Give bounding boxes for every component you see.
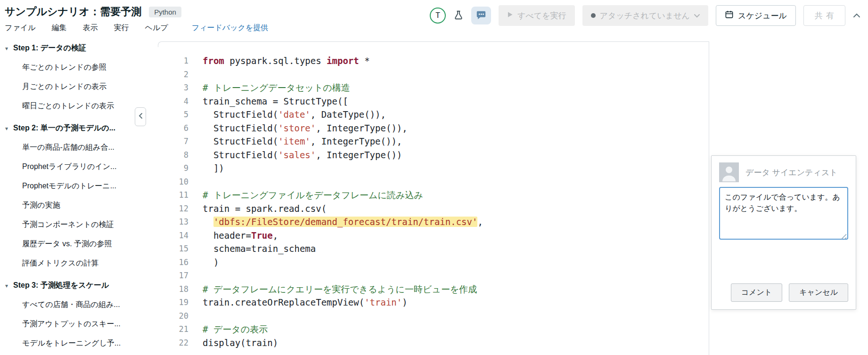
toc-section-label: Step 1: データの検証 xyxy=(13,43,86,53)
toc-section-header[interactable]: ▾Step 1: データの検証 xyxy=(0,39,141,58)
code-line[interactable]: StructField('store', IntegerType()), xyxy=(203,121,408,135)
code-line[interactable]: from pyspark.sql.types import * xyxy=(203,54,370,68)
comment-submit-button[interactable]: コメント xyxy=(731,283,783,302)
menu-item[interactable]: 表示 xyxy=(83,23,98,33)
toc-section-label: Step 3: 予測処理をスケール xyxy=(13,281,109,290)
code-line[interactable]: schema=train_schema xyxy=(203,242,316,256)
line-number: 19 xyxy=(141,296,188,309)
code-line[interactable]: StructField('date', DateType()), xyxy=(203,108,386,121)
schedule-label: スケジュール xyxy=(738,10,787,21)
user-avatar[interactable]: T xyxy=(430,8,446,24)
code-row: 21# データの表示 xyxy=(141,323,709,336)
line-number: 6 xyxy=(141,121,188,135)
toc-item[interactable]: すべての店舗・商品の組み... xyxy=(0,295,141,315)
code-row: 8 StructField('sales', IntegerType()) xyxy=(141,148,709,162)
code-row: 3# トレーニングデータセットの構造 xyxy=(141,81,709,95)
line-number: 1 xyxy=(141,54,188,68)
table-of-contents: ▾Step 1: データの検証年ごとのトレンドの参照月ごとのトレンドの表示曜日ご… xyxy=(0,36,141,355)
menu-items: ファイル編集表示実行ヘルプ xyxy=(5,23,168,33)
line-number: 3 xyxy=(141,81,188,95)
toc-item[interactable]: 予測アウトプットのスキー... xyxy=(0,315,141,334)
toc-item[interactable]: モデルをトレーニングし予... xyxy=(0,334,141,353)
line-number: 11 xyxy=(141,188,188,202)
avatar-initial: T xyxy=(435,11,440,20)
feedback-link[interactable]: フィードバックを提供 xyxy=(192,23,269,33)
code-line[interactable]: train.createOrReplaceTempView('train') xyxy=(203,296,408,309)
code-line[interactable]: train_schema = StructType([ xyxy=(203,95,348,108)
line-number: 15 xyxy=(141,242,188,256)
cluster-label: アタッチされていません xyxy=(600,10,690,21)
line-number: 13 xyxy=(141,215,188,229)
toc-item[interactable]: 月ごとのトレンドの表示 xyxy=(0,77,141,97)
code-lines: 1from pyspark.sql.types import *23# トレーニ… xyxy=(141,36,709,349)
experiments-button[interactable] xyxy=(453,10,464,22)
line-number: 18 xyxy=(141,282,188,296)
toc-item[interactable]: Prophetモデルのトレーニ... xyxy=(0,177,141,196)
line-number: 10 xyxy=(141,175,188,189)
code-row: 11# トレーニングファイルをデータフレームに読み込み xyxy=(141,188,709,202)
toc-section-header[interactable]: ▾Step 3: 予測処理をスケール xyxy=(0,276,141,295)
run-all-label: すべてを実行 xyxy=(517,10,566,21)
comment-input[interactable]: このファイルで合っています。ありがとうございます。 xyxy=(719,187,848,240)
flask-icon xyxy=(453,10,464,22)
run-all-button[interactable]: すべてを実行 xyxy=(499,5,575,26)
menu-item[interactable]: 編集 xyxy=(52,23,67,33)
cluster-status-dot-icon xyxy=(591,13,596,18)
collapse-header-button[interactable] xyxy=(853,12,860,19)
code-row: 9 ]) xyxy=(141,161,709,175)
code-line[interactable]: ]) xyxy=(203,161,224,175)
code-row: 14 header=True, xyxy=(141,229,709,242)
notebook-header: サンプルシナリオ：需要予測 Python ファイル編集表示実行ヘルプ フィードバ… xyxy=(0,0,868,36)
language-badge: Python xyxy=(149,7,181,17)
schedule-button[interactable]: スケジュール xyxy=(716,5,796,26)
calendar-icon xyxy=(725,10,734,21)
caret-down-icon: ▾ xyxy=(4,45,9,52)
menu-item[interactable]: ファイル xyxy=(5,23,36,33)
code-row: 13 'dbfs:/FileStore/demand_forecast/trai… xyxy=(141,215,709,229)
comments-toggle-button[interactable] xyxy=(471,7,491,24)
line-number: 5 xyxy=(141,108,188,121)
toc-item[interactable]: 履歴データ vs. 予測の参照 xyxy=(0,234,141,254)
comment-header: データ サイエンティスト xyxy=(719,162,848,182)
code-line[interactable]: # データフレームにクエリーを実行できるように一時ビューを作成 xyxy=(203,282,477,296)
toc-item[interactable]: 曜日ごとのトレンドの表示 xyxy=(0,97,141,116)
toc-item[interactable]: Prophetライブラリのイン... xyxy=(0,157,141,177)
code-line[interactable]: StructField('sales', IntegerType()) xyxy=(203,148,402,162)
toc-item[interactable]: 年ごとのトレンドの参照 xyxy=(0,58,141,77)
code-row: 18# データフレームにクエリーを実行できるように一時ビューを作成 xyxy=(141,282,709,296)
chevron-down-icon xyxy=(694,11,700,20)
share-button[interactable]: 共有 xyxy=(803,5,845,26)
code-line[interactable]: StructField('item', IntegerType()), xyxy=(203,135,402,148)
menu-item[interactable]: ヘルプ xyxy=(145,23,168,33)
code-line[interactable]: # トレーニングファイルをデータフレームに読み込み xyxy=(203,188,423,202)
code-row: 16 ) xyxy=(141,256,709,269)
code-row: 15 schema=train_schema xyxy=(141,242,709,256)
comment-cancel-button[interactable]: キャンセル xyxy=(789,283,848,302)
code-row: 17 xyxy=(141,269,709,282)
toc-section-header[interactable]: ▾Step 2: 単一の予測モデルの... xyxy=(0,119,141,138)
toc-collapse-button[interactable] xyxy=(135,107,146,126)
toc-item[interactable]: 単一の商品-店舗の組み合... xyxy=(0,138,141,157)
menu-item[interactable]: 実行 xyxy=(114,23,129,33)
line-number: 22 xyxy=(141,336,188,350)
code-line[interactable]: train = spark.read.csv( xyxy=(203,202,327,216)
notebook-title: サンプルシナリオ：需要予測 xyxy=(5,5,141,19)
line-number: 14 xyxy=(141,229,188,242)
code-line[interactable]: # データの表示 xyxy=(203,323,268,336)
code-line[interactable]: display(train) xyxy=(203,336,278,350)
code-line[interactable]: 'dbfs:/FileStore/demand_forecast/train/t… xyxy=(203,215,483,229)
code-line[interactable]: # トレーニングデータセットの構造 xyxy=(203,81,350,95)
code-row: 12train = spark.read.csv( xyxy=(141,202,709,216)
comment-actions: コメント キャンセル xyxy=(719,283,848,302)
toc-item[interactable]: 評価メトリクスの計算 xyxy=(0,254,141,273)
caret-down-icon: ▾ xyxy=(4,282,9,289)
chevron-left-icon xyxy=(138,113,143,121)
toc-item[interactable]: 予測コンポーネントの検証 xyxy=(0,215,141,234)
code-line[interactable]: ) xyxy=(203,256,219,269)
code-row: 20 xyxy=(141,309,709,323)
cluster-attach-dropdown[interactable]: アタッチされていません xyxy=(582,5,708,26)
toc-item[interactable]: 予測の実施 xyxy=(0,196,141,215)
code-line[interactable]: header=True, xyxy=(203,229,278,242)
code-row: 6 StructField('store', IntegerType()), xyxy=(141,121,709,135)
line-number: 2 xyxy=(141,68,188,81)
